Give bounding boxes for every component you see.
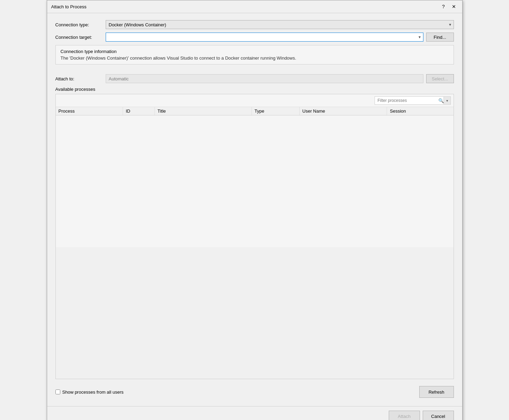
filter-input[interactable] xyxy=(375,96,444,105)
show-all-users-wrap: Show processes from all users xyxy=(55,390,124,395)
select-button[interactable]: Select... xyxy=(426,74,454,83)
show-all-users-checkbox[interactable] xyxy=(55,390,60,394)
title-bar-controls: ? ✕ xyxy=(440,3,458,10)
attach-to-process-dialog: Attach to Process ? ✕ Connection type: D… xyxy=(47,0,463,420)
attach-button[interactable]: Attach xyxy=(389,411,420,420)
title-bar: Attach to Process ? ✕ xyxy=(47,0,462,13)
refresh-button[interactable]: Refresh xyxy=(419,386,454,398)
close-button[interactable]: ✕ xyxy=(450,3,458,10)
col-process: Process xyxy=(56,107,123,115)
connection-type-select[interactable]: Docker (Windows Container) Default Remot… xyxy=(106,20,454,29)
bottom-bar: Show processes from all users Refresh xyxy=(55,383,454,399)
col-session: Session xyxy=(387,107,454,115)
connection-info-title: Connection type information xyxy=(61,49,449,54)
filter-dropdown-button[interactable]: ▾ xyxy=(444,96,451,105)
col-username: User Name xyxy=(299,107,387,115)
connection-type-label: Connection type: xyxy=(55,22,106,27)
process-table-body xyxy=(56,115,454,247)
find-button[interactable]: Find... xyxy=(426,33,454,42)
col-id: ID xyxy=(123,107,155,115)
col-title: Title xyxy=(155,107,252,115)
connection-type-control: Docker (Windows Container) Default Remot… xyxy=(106,20,454,29)
attach-to-control: Select... xyxy=(106,74,454,83)
show-all-users-label: Show processes from all users xyxy=(62,390,124,395)
connection-target-row: Connection target: Find... xyxy=(55,33,454,42)
connection-info-text: The 'Docker (Windows Container)' connect… xyxy=(61,55,449,61)
process-table: Process ID Title Type User Name Session xyxy=(56,107,454,247)
available-processes-label: Available processes xyxy=(55,87,454,92)
col-type: Type xyxy=(252,107,299,115)
attach-to-label: Attach to: xyxy=(55,76,106,81)
available-processes-section: 🔍 ▾ Process ID Title Type User Name Sess… xyxy=(55,94,454,379)
connection-target-label: Connection target: xyxy=(55,35,106,40)
connection-target-input-wrap xyxy=(106,33,423,42)
dialog-footer: Attach Cancel xyxy=(47,406,462,420)
help-button[interactable]: ? xyxy=(440,3,447,10)
attach-to-input[interactable] xyxy=(106,74,423,83)
dialog-body: Connection type: Docker (Windows Contain… xyxy=(47,13,462,406)
connection-type-dropdown-wrap: Docker (Windows Container) Default Remot… xyxy=(106,20,454,29)
connection-target-control: Find... xyxy=(106,33,454,42)
empty-process-area xyxy=(56,247,454,379)
connection-type-row: Connection type: Docker (Windows Contain… xyxy=(55,20,454,29)
process-table-header: Process ID Title Type User Name Session xyxy=(56,107,454,115)
filter-bar: 🔍 ▾ xyxy=(56,94,454,107)
filter-wrap: 🔍 ▾ xyxy=(375,96,451,105)
cancel-button[interactable]: Cancel xyxy=(423,411,454,420)
dialog-title: Attach to Process xyxy=(51,4,87,9)
connection-target-input[interactable] xyxy=(106,33,423,42)
attach-to-row: Attach to: Select... xyxy=(55,74,454,83)
connection-info-box: Connection type information The 'Docker … xyxy=(55,45,454,64)
